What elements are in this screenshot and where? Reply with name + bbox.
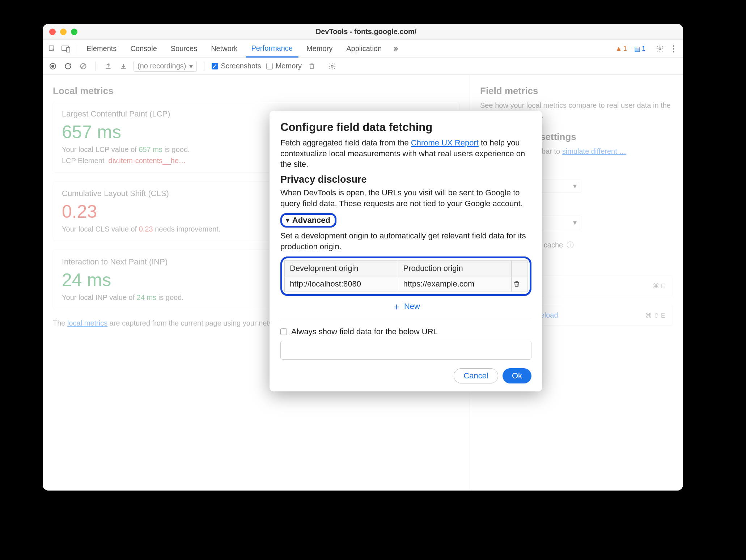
reload-icon[interactable] (63, 61, 73, 71)
titlebar: DevTools - fonts.google.com/ (43, 24, 683, 40)
svg-point-5 (673, 48, 674, 50)
more-tabs-icon[interactable] (390, 43, 401, 55)
performance-toolbar: (no recordings) ▾ ✓ Screenshots Memory (43, 58, 683, 75)
devtools-window: DevTools - fonts.google.com/ Elements Co… (43, 24, 683, 491)
memory-checkbox[interactable]: Memory (266, 62, 302, 70)
privacy-heading: Privacy disclosure (280, 174, 531, 185)
chat-icon: ▤ (634, 45, 640, 53)
dialog-title: Configure field data fetching (280, 121, 531, 134)
maximize-window-button[interactable] (71, 29, 77, 35)
settings-icon[interactable] (654, 43, 666, 55)
screenshots-checkbox[interactable]: ✓ Screenshots (212, 62, 261, 70)
ok-button[interactable]: Ok (503, 368, 531, 383)
divider (280, 321, 531, 321)
clear-icon[interactable] (78, 61, 88, 71)
trashcan-icon[interactable] (307, 61, 317, 71)
help-icon[interactable]: ⓘ (567, 240, 574, 250)
checkbox-checked-icon: ✓ (212, 63, 218, 69)
record-shortcut: ⌘ E (653, 282, 665, 290)
recordings-dropdown[interactable]: (no recordings) ▾ (133, 61, 197, 72)
table-header-prod: Production origin (398, 260, 511, 276)
window-title: DevTools - fonts.google.com/ (77, 27, 655, 36)
chevron-down-icon: ▾ (573, 182, 577, 190)
advanced-description: Set a development origin to automaticall… (280, 230, 531, 252)
dialog-intro: Fetch aggregated field data from the Chr… (280, 137, 531, 170)
chevron-down-icon: ▾ (189, 62, 193, 71)
reload-shortcut: ⌘ ⇧ E (645, 311, 665, 319)
svg-point-4 (673, 45, 674, 47)
simulate-link[interactable]: simulate different … (562, 147, 627, 155)
field-metrics-heading: Field metrics (480, 85, 673, 97)
local-metrics-heading: Local metrics (53, 85, 459, 97)
origin-mapping-block: Development origin Production origin htt… (280, 256, 531, 296)
tab-elements[interactable]: Elements (81, 40, 122, 58)
table-header-dev: Development origin (285, 260, 398, 276)
tab-application[interactable]: Application (340, 40, 387, 58)
inspect-element-icon[interactable] (46, 43, 58, 55)
upload-icon[interactable] (103, 61, 113, 71)
prod-origin-cell[interactable]: https://example.com (398, 276, 511, 292)
download-icon[interactable] (118, 61, 128, 71)
svg-point-6 (673, 51, 674, 52)
kebab-icon[interactable] (668, 43, 679, 55)
table-row: http://localhost:8080 https://example.co… (285, 276, 527, 292)
privacy-body: When DevTools is open, the URLs you visi… (280, 187, 531, 209)
device-toolbar-icon[interactable] (60, 43, 72, 55)
traffic-lights (49, 29, 77, 35)
tab-sources[interactable]: Sources (165, 40, 203, 58)
record-icon[interactable] (48, 61, 58, 71)
panel-settings-icon[interactable] (327, 61, 337, 71)
checkbox-icon (280, 328, 287, 335)
disclosure-triangle-icon: ▼ (284, 217, 291, 224)
add-mapping-button[interactable]: ＋ New (280, 296, 531, 315)
delete-row-icon[interactable] (513, 280, 526, 288)
origin-mapping-table: Development origin Production origin htt… (284, 260, 527, 292)
url-override-input[interactable] (280, 341, 531, 360)
tab-console[interactable]: Console (124, 40, 162, 58)
warnings-badge[interactable]: ▲ 1 (615, 45, 627, 52)
svg-point-8 (51, 65, 54, 68)
dev-origin-cell[interactable]: http://localhost:8080 (285, 276, 398, 292)
local-metrics-link[interactable]: local metrics (67, 319, 107, 327)
crux-link[interactable]: Chrome UX Report (411, 138, 479, 147)
checkbox-icon (266, 63, 273, 69)
minimize-window-button[interactable] (60, 29, 67, 35)
cancel-button[interactable]: Cancel (454, 368, 498, 383)
svg-point-3 (659, 48, 661, 50)
tab-performance[interactable]: Performance (246, 40, 299, 58)
tab-memory[interactable]: Memory (301, 40, 338, 58)
always-show-checkbox[interactable]: Always show field data for the below URL (280, 327, 531, 336)
advanced-toggle[interactable]: ▼ Advanced (280, 213, 336, 228)
warning-icon: ▲ (615, 45, 622, 52)
tab-network[interactable]: Network (205, 40, 243, 58)
issues-badge[interactable]: ▤ 1 (634, 45, 645, 53)
close-window-button[interactable] (49, 29, 56, 35)
dialog-buttons: Cancel Ok (280, 368, 531, 383)
chevron-down-icon: ▾ (573, 218, 577, 227)
svg-point-10 (331, 65, 333, 67)
field-data-config-dialog: Configure field data fetching Fetch aggr… (270, 111, 542, 391)
svg-rect-2 (67, 47, 70, 52)
plus-icon: ＋ (392, 300, 401, 313)
devtools-tabbar: Elements Console Sources Network Perform… (43, 40, 683, 58)
